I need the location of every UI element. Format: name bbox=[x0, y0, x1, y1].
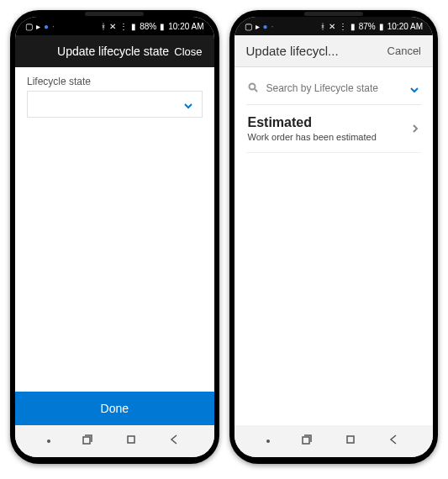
page-title: Update lifecycl... bbox=[246, 44, 387, 58]
signal-icon: ▮ bbox=[131, 22, 136, 31]
android-nav-bar bbox=[235, 425, 434, 457]
list-item-text: Estimated Work order has been estimated bbox=[248, 115, 377, 142]
mute-icon: ✕ bbox=[109, 22, 116, 31]
svg-rect-3 bbox=[347, 436, 354, 443]
phone-left: ▢ ▸ ● · ᚼ ✕ ⋮ ▮ 88% ▮ 10:20 AM Update li… bbox=[10, 10, 219, 464]
app-bar: Update lifecycl... Cancel bbox=[235, 35, 434, 67]
app-bar: Update lifecycle state Close bbox=[15, 35, 214, 67]
recents-button[interactable] bbox=[81, 433, 94, 450]
clock: 10:20 AM bbox=[168, 22, 203, 31]
done-button[interactable]: Done bbox=[15, 392, 214, 425]
screen-right: ▢ ▸ ● · ᚼ ✕ ⋮ ▮ 87% ▮ 10:20 AM Update li… bbox=[235, 17, 434, 457]
dot-icon: · bbox=[52, 22, 55, 31]
chevron-right-icon bbox=[411, 121, 419, 136]
wifi-icon: ⋮ bbox=[119, 22, 128, 31]
nav-dot bbox=[266, 440, 270, 443]
status-right-icons: ᚼ ✕ ⋮ ▮ 88% ▮ 10:20 AM bbox=[101, 22, 203, 31]
close-button[interactable]: Close bbox=[174, 45, 202, 58]
phone-right: ▢ ▸ ● · ᚼ ✕ ⋮ ▮ 87% ▮ 10:20 AM Update li… bbox=[229, 10, 439, 464]
app-icon: ● bbox=[263, 22, 268, 31]
recents-button[interactable] bbox=[300, 433, 314, 450]
home-button[interactable] bbox=[344, 433, 357, 450]
search-input[interactable] bbox=[265, 82, 403, 95]
bluetooth-icon: ᚼ bbox=[320, 22, 325, 31]
screen-left: ▢ ▸ ● · ᚼ ✕ ⋮ ▮ 88% ▮ 10:20 AM Update li… bbox=[15, 17, 214, 457]
battery-pct: 87% bbox=[359, 22, 376, 31]
image-icon: ▢ bbox=[245, 22, 252, 31]
back-button[interactable] bbox=[168, 433, 182, 450]
list-item-title: Estimated bbox=[248, 115, 377, 130]
svg-line-2 bbox=[255, 89, 257, 92]
svg-rect-0 bbox=[128, 436, 134, 443]
search-icon bbox=[248, 81, 258, 96]
mute-icon: ✕ bbox=[329, 22, 335, 31]
status-bar: ▢ ▸ ● · ᚼ ✕ ⋮ ▮ 87% ▮ 10:20 AM bbox=[235, 17, 434, 35]
status-left-icons: ▢ ▸ ● · bbox=[245, 22, 274, 31]
wifi-icon: ⋮ bbox=[339, 22, 347, 31]
svg-point-1 bbox=[249, 84, 255, 90]
status-left-icons: ▢ ▸ ● · bbox=[25, 22, 55, 31]
picker-body: Estimated Work order has been estimated bbox=[235, 67, 434, 425]
android-nav-bar bbox=[15, 425, 214, 457]
battery-icon: ▮ bbox=[160, 22, 165, 31]
signal-icon: ▮ bbox=[350, 22, 356, 31]
lifecycle-option-estimated[interactable]: Estimated Work order has been estimated bbox=[246, 105, 422, 153]
back-button[interactable] bbox=[387, 433, 401, 450]
image-icon: ▢ bbox=[25, 22, 33, 31]
page-title: Update lifecycle state bbox=[52, 45, 174, 58]
status-right-icons: ᚼ ✕ ⋮ ▮ 87% ▮ 10:20 AM bbox=[320, 22, 423, 31]
app-icon: ● bbox=[44, 22, 49, 31]
dot-icon: · bbox=[271, 22, 274, 31]
status-bar: ▢ ▸ ● · ᚼ ✕ ⋮ ▮ 88% ▮ 10:20 AM bbox=[15, 17, 214, 35]
home-button[interactable] bbox=[124, 433, 138, 450]
play-icon: ▸ bbox=[256, 22, 260, 31]
clock: 10:20 AM bbox=[387, 22, 423, 31]
chevron-down-icon[interactable] bbox=[409, 83, 419, 93]
battery-icon: ▮ bbox=[379, 22, 384, 31]
lifecycle-state-dropdown[interactable] bbox=[27, 91, 203, 118]
search-row bbox=[246, 76, 422, 105]
cancel-button[interactable]: Cancel bbox=[387, 45, 421, 57]
play-icon: ▸ bbox=[36, 22, 40, 31]
done-button-label: Done bbox=[101, 402, 129, 415]
bluetooth-icon: ᚼ bbox=[101, 22, 106, 31]
nav-dot bbox=[47, 440, 50, 443]
battery-pct: 88% bbox=[140, 22, 156, 31]
form-body: Lifecycle state bbox=[15, 67, 214, 392]
lifecycle-state-label: Lifecycle state bbox=[27, 76, 203, 87]
list-item-subtitle: Work order has been estimated bbox=[248, 132, 377, 142]
chevron-down-icon bbox=[183, 99, 193, 109]
